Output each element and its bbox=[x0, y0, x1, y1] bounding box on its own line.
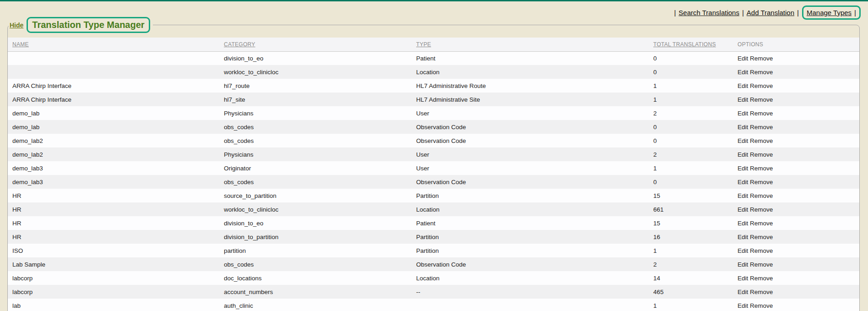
remove-link[interactable]: Remove bbox=[750, 192, 773, 199]
table-row: workloc_to_cliniclocLocation0Edit Remove bbox=[8, 65, 859, 79]
nav-link-add-translation[interactable]: Add Translation bbox=[747, 9, 794, 16]
translation-type-manager-page: { "theme": { "page_bg": "#ece7d4", "top_… bbox=[0, 0, 868, 311]
remove-link[interactable]: Remove bbox=[750, 179, 773, 186]
cell-name: demo_lab2 bbox=[8, 147, 219, 161]
sort-link-name[interactable]: NAME bbox=[12, 41, 29, 48]
cell-total: 1 bbox=[649, 93, 733, 106]
cell-category: division_to_partition bbox=[219, 230, 412, 244]
cell-type: Location bbox=[412, 271, 649, 285]
table-row: HRdivision_to_partitionPartition16Edit R… bbox=[8, 230, 859, 244]
remove-link[interactable]: Remove bbox=[750, 69, 773, 76]
remove-link[interactable]: Remove bbox=[750, 55, 773, 62]
edit-link[interactable]: Edit bbox=[738, 192, 748, 199]
edit-link[interactable]: Edit bbox=[738, 275, 748, 282]
remove-link[interactable]: Remove bbox=[750, 302, 773, 309]
cell-category: Physicians bbox=[219, 147, 412, 161]
edit-link[interactable]: Edit bbox=[738, 96, 748, 103]
table-row: HRdivision_to_eoPatient15Edit Remove bbox=[8, 216, 859, 230]
edit-link[interactable]: Edit bbox=[738, 82, 748, 89]
cell-options: Edit Remove bbox=[733, 93, 859, 106]
remove-link[interactable]: Remove bbox=[750, 234, 773, 240]
cell-total: 15 bbox=[649, 216, 733, 230]
edit-link[interactable]: Edit bbox=[738, 55, 748, 62]
cell-type: Location bbox=[412, 202, 649, 216]
cell-options: Edit Remove bbox=[733, 257, 859, 271]
edit-link[interactable]: Edit bbox=[738, 206, 748, 213]
edit-link[interactable]: Edit bbox=[738, 234, 748, 240]
remove-link[interactable]: Remove bbox=[750, 220, 773, 227]
cell-total: 16 bbox=[649, 230, 733, 244]
cell-name: demo_lab bbox=[8, 106, 219, 120]
cell-category: doc_locations bbox=[219, 271, 412, 285]
edit-link[interactable]: Edit bbox=[738, 289, 748, 295]
cell-category: Originator bbox=[219, 161, 412, 175]
cell-total: 1 bbox=[649, 244, 733, 257]
sort-link-category[interactable]: CATEGORY bbox=[224, 41, 255, 48]
edit-link[interactable]: Edit bbox=[738, 110, 748, 117]
edit-link[interactable]: Edit bbox=[738, 137, 748, 144]
cell-type: Observation Code bbox=[412, 120, 649, 134]
table-header-row: NAMECATEGORYTYPETOTAL TRANSLATIONSOPTION… bbox=[8, 38, 859, 51]
cell-name: ISO bbox=[8, 244, 219, 257]
cell-total: 0 bbox=[649, 51, 733, 65]
edit-link[interactable]: Edit bbox=[738, 261, 748, 268]
table-row: labauth_clinic1Edit Remove bbox=[8, 299, 859, 311]
column-header-options: OPTIONS bbox=[733, 38, 859, 51]
remove-link[interactable]: Remove bbox=[750, 82, 773, 89]
cell-category: division_to_eo bbox=[219, 216, 412, 230]
remove-link[interactable]: Remove bbox=[750, 206, 773, 213]
cell-category: workloc_to_clinicloc bbox=[219, 202, 412, 216]
cell-type: Partition bbox=[412, 230, 649, 244]
cell-name: labcorp bbox=[8, 271, 219, 285]
column-header-total-translations: TOTAL TRANSLATIONS bbox=[649, 38, 733, 51]
edit-link[interactable]: Edit bbox=[738, 179, 748, 186]
nav-link-manage-types[interactable]: Manage Types bbox=[807, 9, 852, 16]
cell-type: Patient bbox=[412, 51, 649, 65]
edit-link[interactable]: Edit bbox=[738, 247, 748, 254]
cell-category: obs_codes bbox=[219, 257, 412, 271]
remove-link[interactable]: Remove bbox=[750, 165, 773, 172]
remove-link[interactable]: Remove bbox=[750, 96, 773, 103]
edit-link[interactable]: Edit bbox=[738, 124, 748, 131]
table-row: demo_labPhysiciansUser2Edit Remove bbox=[8, 106, 859, 120]
cell-type: User bbox=[412, 106, 649, 120]
edit-link[interactable]: Edit bbox=[738, 151, 748, 158]
remove-link[interactable]: Remove bbox=[750, 247, 773, 254]
remove-link[interactable]: Remove bbox=[750, 124, 773, 131]
cell-name: demo_lab2 bbox=[8, 134, 219, 147]
nav-separator: | bbox=[742, 9, 744, 16]
hide-link[interactable]: Hide bbox=[10, 22, 23, 29]
remove-link[interactable]: Remove bbox=[750, 137, 773, 144]
remove-link[interactable]: Remove bbox=[750, 110, 773, 117]
remove-link[interactable]: Remove bbox=[750, 151, 773, 158]
edit-link[interactable]: Edit bbox=[738, 220, 748, 227]
table-row: HRworkloc_to_cliniclocLocation661Edit Re… bbox=[8, 202, 859, 216]
panel-legend: Hide Translation Type Manager bbox=[9, 17, 153, 33]
cell-name: demo_lab bbox=[8, 120, 219, 134]
title-highlight-box: Translation Type Manager bbox=[27, 17, 150, 33]
cell-options: Edit Remove bbox=[733, 161, 859, 175]
cell-options: Edit Remove bbox=[733, 285, 859, 299]
sort-link-type[interactable]: TYPE bbox=[416, 41, 431, 48]
nav-link-search-translations[interactable]: Search Translations bbox=[678, 9, 739, 16]
sort-link-total-translations[interactable]: TOTAL TRANSLATIONS bbox=[653, 41, 716, 48]
top-nav: | Search Translations | Add Translation … bbox=[674, 5, 861, 20]
cell-type: Observation Code bbox=[412, 257, 649, 271]
remove-link[interactable]: Remove bbox=[750, 275, 773, 282]
cell-type: HL7 Administrative Route bbox=[412, 79, 649, 93]
cell-name: Lab Sample bbox=[8, 257, 219, 271]
translation-types-table: NAMECATEGORYTYPETOTAL TRANSLATIONSOPTION… bbox=[8, 38, 859, 311]
table-row: Lab Sampleobs_codesObservation Code2Edit… bbox=[8, 257, 859, 271]
cell-name: ARRA Chirp Interface bbox=[8, 93, 219, 106]
edit-link[interactable]: Edit bbox=[738, 165, 748, 172]
remove-link[interactable]: Remove bbox=[750, 261, 773, 268]
cell-type: Location bbox=[412, 65, 649, 79]
cell-total: 14 bbox=[649, 271, 733, 285]
remove-link[interactable]: Remove bbox=[750, 289, 773, 295]
cell-total: 0 bbox=[649, 120, 733, 134]
edit-link[interactable]: Edit bbox=[738, 69, 748, 76]
cell-options: Edit Remove bbox=[733, 147, 859, 161]
cell-category: auth_clinic bbox=[219, 299, 412, 311]
edit-link[interactable]: Edit bbox=[738, 302, 748, 309]
translation-type-manager-panel: Hide Translation Type Manager NAMECATEGO… bbox=[7, 17, 860, 311]
